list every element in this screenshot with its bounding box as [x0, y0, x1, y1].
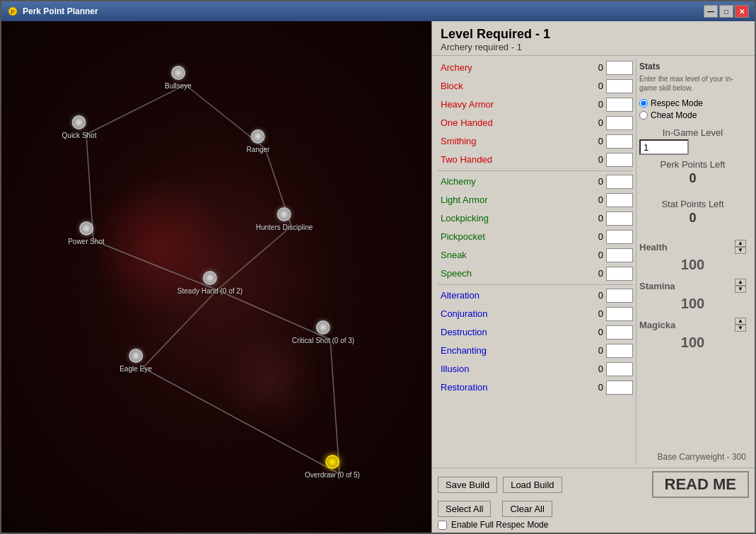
skill-input-restoration[interactable] — [606, 381, 633, 395]
perk-node-overdraw[interactable]: Overdraw (0 of 5) — [305, 455, 360, 479]
cheat-mode-radio[interactable] — [639, 111, 648, 120]
perk-node-quickshot[interactable]: Quick Shot — [62, 115, 97, 139]
perk-node-huntersdiscipline[interactable]: Hunters Discipline — [256, 207, 313, 231]
in-game-level-label: In-Game Level — [639, 127, 746, 138]
health-down-button[interactable]: ▼ — [735, 247, 746, 254]
skill-value-pickpocket: 0 — [585, 231, 606, 242]
cheat-mode-label: Cheat Mode — [651, 110, 697, 120]
stamina-up-button[interactable]: ▲ — [735, 279, 746, 286]
skill-input-block[interactable] — [606, 79, 633, 93]
skill-input-conjuration[interactable] — [606, 307, 633, 321]
skill-row-conjuration: Conjuration0 — [438, 305, 633, 323]
header-section: Level Required - 1 Archery required - 1 — [432, 21, 755, 56]
skill-input-pickpocket[interactable] — [606, 230, 633, 244]
skill-value-two-handed: 0 — [585, 154, 606, 165]
skill-value-speech: 0 — [585, 268, 606, 279]
skill-name-conjuration: Conjuration — [438, 308, 585, 319]
load-build-button[interactable]: Load Build — [503, 477, 562, 493]
perk-node-bullseye[interactable]: Bullseye — [165, 66, 192, 90]
skill-input-alchemy[interactable] — [606, 175, 633, 189]
magicka-down-button[interactable]: ▼ — [735, 325, 746, 332]
perk-circle-powershot — [79, 221, 93, 236]
title-bar-left: P Perk Point Planner — [7, 6, 98, 17]
perk-node-powershot[interactable]: Power Shot — [68, 221, 105, 245]
select-all-button[interactable]: Select All — [438, 501, 491, 517]
skill-row-archery: Archery0 — [438, 59, 633, 77]
magicka-value: 100 — [639, 335, 746, 351]
perk-label-bullseye: Bullseye — [165, 82, 192, 90]
stat-points-value: 0 — [639, 211, 746, 226]
respec-mode-radio[interactable] — [639, 99, 648, 108]
svg-text:P: P — [11, 8, 15, 16]
title-controls: — □ ✕ — [704, 5, 749, 18]
skill-row-light-armor: Light Armor0 — [438, 191, 633, 209]
skill-input-two-handed[interactable] — [606, 153, 633, 167]
skill-name-speech: Speech — [438, 268, 585, 279]
health-spinner[interactable]: ▲ ▼ — [735, 240, 746, 254]
enable-respec-checkbox[interactable] — [438, 521, 447, 530]
in-game-level-input[interactable] — [639, 139, 689, 155]
perk-node-steadyhand[interactable]: Steady Hand (0 of 2) — [178, 271, 243, 295]
skills-panel: Archery0Block0Heavy Armor0One Handed0Smi… — [432, 56, 755, 468]
close-button[interactable]: ✕ — [735, 5, 749, 18]
perk-label-steadyhand: Steady Hand (0 of 2) — [178, 287, 243, 295]
skill-value-archery: 0 — [585, 62, 606, 73]
skill-input-alteration[interactable] — [606, 289, 633, 303]
skill-input-sneak[interactable] — [606, 248, 633, 262]
stealth-skills: Alchemy0Light Armor0Lockpicking0Pickpock… — [438, 173, 633, 283]
skill-name-destruction: Destruction — [438, 327, 585, 337]
skill-value-alchemy: 0 — [585, 176, 606, 187]
skill-input-light-armor[interactable] — [606, 193, 633, 207]
divider — [438, 170, 633, 171]
health-section: Health ▲ ▼ — [639, 240, 746, 254]
skill-input-smithing[interactable] — [606, 134, 633, 149]
magicka-up-button[interactable]: ▲ — [735, 318, 746, 325]
level-required: Level Required - 1 — [441, 27, 746, 42]
skill-input-destruction[interactable] — [606, 325, 633, 339]
app-window: P Perk Point Planner — □ ✕ BullseyeQuick… — [0, 0, 756, 534]
magicka-spinner[interactable]: ▲ ▼ — [735, 318, 746, 332]
perk-points-label: Perk Points Left — [639, 159, 746, 170]
skill-row-illusion: Illusion0 — [438, 360, 633, 378]
perk-circle-bullseye — [171, 66, 185, 80]
respec-mode-option[interactable]: Respec Mode — [639, 98, 746, 108]
skill-input-illusion[interactable] — [606, 362, 633, 376]
perk-node-ranger[interactable]: Ranger — [247, 129, 270, 153]
skill-row-speech: Speech0 — [438, 265, 633, 283]
health-up-button[interactable]: ▲ — [735, 240, 746, 247]
perk-label-overdraw: Overdraw (0 of 5) — [305, 471, 360, 479]
stamina-down-button[interactable]: ▼ — [735, 286, 746, 293]
perk-label-criticalshot: Critical Shot (0 of 3) — [292, 337, 354, 344]
skill-input-heavy-armor[interactable] — [606, 98, 633, 112]
perk-node-eagleeye[interactable]: Eagle Eye — [120, 349, 152, 373]
app-icon: P — [7, 6, 18, 17]
base-carryweight: Base Carryweight - 300 — [639, 452, 746, 462]
skill-input-speech[interactable] — [606, 267, 633, 281]
divider — [438, 284, 633, 285]
skill-value-illusion: 0 — [585, 364, 606, 374]
skill-input-lockpicking[interactable] — [606, 211, 633, 226]
skill-input-enchanting[interactable] — [606, 344, 633, 358]
perk-tree-canvas[interactable]: BullseyeQuick ShotRangerPower ShotHunter… — [1, 21, 431, 533]
skill-row-smithing: Smithing0 — [438, 132, 633, 151]
minimize-button[interactable]: — — [704, 5, 718, 18]
bottom-bar: Save Build Load Build READ ME Select All… — [432, 468, 755, 533]
perk-node-criticalshot[interactable]: Critical Shot (0 of 3) — [292, 320, 354, 344]
skill-input-one-handed[interactable] — [606, 116, 633, 130]
clear-all-button[interactable]: Clear All — [502, 501, 552, 517]
skill-value-heavy-armor: 0 — [585, 99, 606, 110]
combat-skills: Archery0Block0Heavy Armor0One Handed0Smi… — [438, 59, 633, 169]
skill-name-alteration: Alteration — [438, 290, 585, 301]
maximize-button[interactable]: □ — [719, 5, 733, 18]
skill-name-lockpicking: Lockpicking — [438, 213, 585, 224]
health-value: 100 — [639, 257, 746, 273]
respec-mode-label: Respec Mode — [651, 98, 703, 108]
cheat-mode-option[interactable]: Cheat Mode — [639, 110, 746, 120]
stats-panel: Stats Enter the max level of your in-gam… — [636, 59, 749, 465]
stamina-spinner[interactable]: ▲ ▼ — [735, 279, 746, 293]
skill-name-one-handed: One Handed — [438, 117, 585, 128]
save-build-button[interactable]: Save Build — [438, 477, 497, 493]
read-me-button[interactable]: READ ME — [652, 471, 749, 498]
skill-value-alteration: 0 — [585, 290, 606, 301]
skill-input-archery[interactable] — [606, 61, 633, 75]
